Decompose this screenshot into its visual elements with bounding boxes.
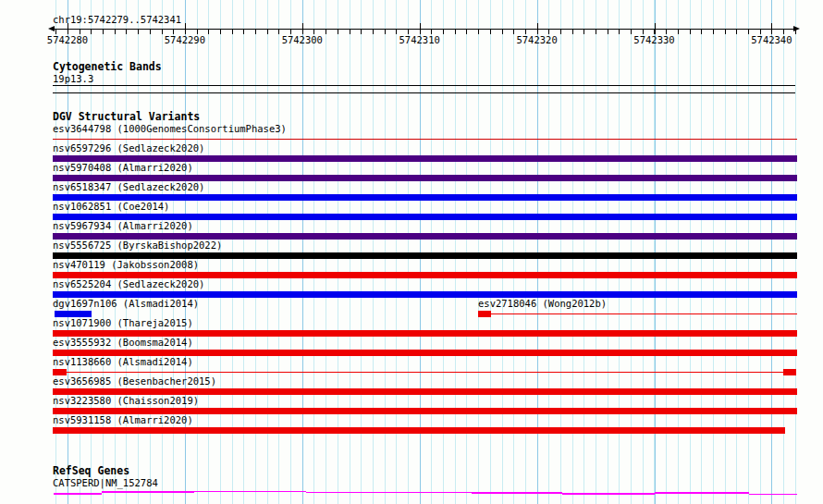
ruler-minor-tick [619,30,620,34]
variant-bar[interactable] [478,311,491,317]
ruler-minor-tick [115,30,116,34]
gene-intron-segment[interactable] [306,492,472,494]
gene-intron-segment[interactable] [54,493,102,495]
gene-intron-segment[interactable] [562,493,655,495]
variant-label[interactable]: nsv470119 (Jakobsson2008) [53,259,199,271]
variant-bar[interactable] [53,233,797,240]
ruler-minor-tick [338,30,338,34]
ruler-minor-tick [162,30,163,34]
ruler-minor-tick [502,30,503,34]
ruler-major-tick [655,23,656,34]
gene-intron-segment[interactable] [194,491,306,493]
variant-bar[interactable] [55,311,92,317]
ruler-minor-tick [326,30,326,34]
ruler-tick-label: 5742290 [164,34,206,45]
variant-bar[interactable] [53,272,797,278]
variant-label[interactable]: esv2718046 (Wong2012b) [478,298,607,310]
ruler-left-arrow-icon [48,26,55,31]
ruler-minor-tick [232,30,233,34]
ruler-minor-tick [572,30,573,34]
variant-label[interactable]: nsv1138660 (Alsmadi2014) [53,356,193,368]
variant-bar[interactable] [53,194,797,201]
ruler-minor-tick [267,30,268,34]
variant-bar[interactable] [53,330,797,337]
ruler-major-tick [185,23,186,34]
variant-label[interactable]: esv3656985 (Besenbacher2015) [53,375,216,387]
ruler-minor-tick [150,30,151,34]
variant-label[interactable]: nsv5970408 (Almarri2020) [53,162,193,174]
ruler-minor-tick [560,30,561,34]
ruler-minor-tick [103,30,104,34]
variant-bar[interactable] [53,155,797,162]
ruler-minor-tick [138,30,139,34]
ruler-minor-tick [608,30,608,34]
variant-label[interactable]: nsv5556725 (ByrskaBishop2022) [53,240,222,252]
variant-label[interactable]: nsv6518347 (Sedlazeck2020) [53,181,204,193]
ruler-minor-tick [361,30,362,34]
ruler-minor-tick [385,30,386,34]
variant-bar[interactable] [53,214,797,220]
ruler-minor-tick [701,30,702,34]
gene-intron-segment[interactable] [749,494,797,496]
variant-bar[interactable] [53,350,797,356]
variant-label[interactable]: nsv5931158 (Almarri2020) [53,414,193,426]
ruler-minor-tick [126,30,127,34]
ruler-minor-tick [373,30,374,34]
ruler-minor-tick [466,30,467,34]
ruler-minor-tick [443,30,444,34]
ruler-minor-tick [350,30,350,34]
ruler-minor-tick [748,30,749,34]
ruler-line [53,29,796,30]
variant-label[interactable]: nsv1071900 (Thareja2015) [53,317,193,329]
gene-label: CATSPERD|NM_152784 [53,477,158,489]
ruler-minor-tick [478,30,479,34]
gene-intron-segment[interactable] [102,491,194,493]
variant-bar[interactable] [53,408,797,414]
variant-label[interactable]: dgv1697n106 (Alsmadi2014) [53,298,199,310]
ruler-minor-tick [795,30,796,34]
ruler-minor-tick [583,30,584,34]
ruler-minor-tick [678,30,679,34]
ruler-major-tick [771,23,772,34]
variant-label[interactable]: esv3644798 (1000GenomesConsortiumPhase3) [53,123,287,135]
variant-bar[interactable] [53,388,797,395]
variant-bar[interactable] [53,427,785,434]
variant-hairline[interactable] [67,372,783,374]
ruler-tick-label: 5742320 [516,34,559,45]
variant-bar[interactable] [53,369,67,375]
variant-hairline[interactable] [53,139,797,141]
ruler-minor-tick [255,30,256,34]
ruler-minor-tick [513,30,514,34]
ruler-tick-label: 5742310 [399,34,441,45]
cytoband-rect[interactable] [53,85,795,93]
variant-bar[interactable] [53,252,797,259]
ruler-minor-tick [243,30,244,34]
variant-label[interactable]: nsv6525204 (Sedlazeck2020) [53,278,204,290]
gene-intron-segment[interactable] [655,492,749,494]
ruler-minor-tick [725,30,726,34]
ruler-minor-tick [396,30,397,34]
gene-intron-segment[interactable] [472,492,562,494]
variant-label[interactable]: esv3555932 (Boomsma2014) [53,337,193,349]
variant-hairline[interactable] [491,313,797,315]
variant-label[interactable]: nsv1062851 (Coe2014) [53,201,169,213]
ruler-minor-tick [220,30,221,34]
variant-label[interactable]: nsv3223580 (Chaisson2019) [53,395,199,407]
variant-bar[interactable] [53,175,797,181]
variant-label[interactable]: nsv5967934 (Almarri2020) [53,220,193,232]
variant-bar[interactable] [783,369,796,375]
ruler-tick-label: 5742280 [46,34,89,45]
ruler-minor-tick [455,30,456,34]
ruler-minor-tick [490,30,491,34]
genome-browser-panel: 5742280574229057423005742310574232057423… [0,0,823,504]
ruler-minor-tick [690,30,691,34]
region-header: chr19:5742279..5742341 [53,14,181,26]
cytoband-label: 19p13.3 [53,73,93,85]
ruler-minor-tick [713,30,714,34]
ruler-major-tick [537,23,538,34]
ruler-minor-tick [208,30,209,34]
variant-label[interactable]: nsv6597296 (Sedlazeck2020) [53,142,204,154]
track-title-dgv: DGV Structural Variants [53,111,200,123]
ruler-major-tick [420,23,421,34]
variant-bar[interactable] [53,291,797,298]
